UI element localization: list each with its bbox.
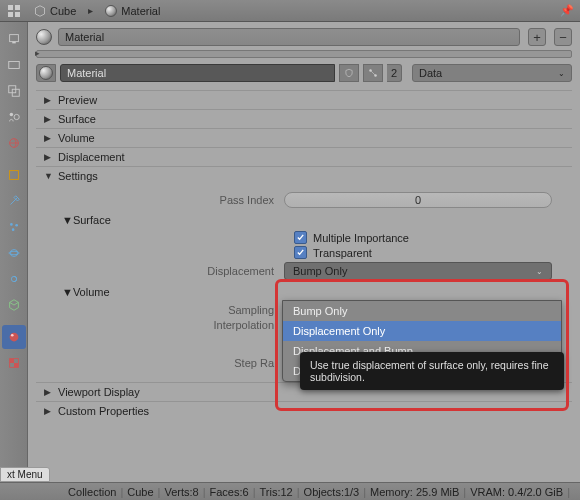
properties-tabs — [0, 22, 28, 482]
displacement-method-current: Bump Only — [293, 265, 347, 277]
subsection-surface[interactable]: Surface — [36, 211, 572, 229]
tab-scene[interactable] — [2, 105, 26, 129]
multiple-importance-label: Multiple Importance — [313, 232, 409, 244]
svg-rect-4 — [9, 35, 18, 42]
tab-modifiers[interactable] — [2, 189, 26, 213]
fake-user-button[interactable] — [339, 64, 359, 82]
section-settings[interactable]: Settings — [36, 166, 572, 185]
remove-material-slot-button[interactable]: − — [554, 28, 572, 46]
chevron-down-icon: ⌄ — [536, 267, 543, 276]
tab-output[interactable] — [2, 53, 26, 77]
pin-icon[interactable]: 📌 — [560, 4, 574, 17]
material-link-dropdown[interactable]: Data ⌄ — [412, 64, 572, 82]
status-object: Cube — [127, 486, 153, 498]
tab-material[interactable] — [2, 325, 26, 349]
status-memory: Memory: 25.9 MiB — [370, 486, 459, 498]
status-vram: VRAM: 0.4/2.0 GiB — [470, 486, 563, 498]
section-custom-properties[interactable]: Custom Properties — [36, 401, 572, 420]
tab-texture[interactable] — [2, 351, 26, 375]
material-panel: Material + − Material 2 Data ⌄ Preview S… — [28, 22, 580, 482]
material-preview-ball — [36, 29, 52, 45]
svg-rect-3 — [15, 12, 20, 17]
material-slot-name[interactable]: Material — [58, 28, 520, 46]
context-menu-hint: xt Menu — [0, 467, 50, 482]
svg-rect-5 — [12, 42, 16, 44]
tab-render[interactable] — [2, 27, 26, 51]
tab-constraints[interactable] — [2, 267, 26, 291]
material-users[interactable]: 2 — [387, 64, 402, 82]
node-button[interactable] — [363, 64, 383, 82]
section-surface[interactable]: Surface — [36, 109, 572, 128]
displacement-method-dropdown[interactable]: Bump Only ⌄ — [284, 262, 552, 280]
material-ball-icon — [39, 66, 53, 80]
breadcrumb-material-label: Material — [121, 5, 160, 17]
multiple-importance-checkbox[interactable] — [294, 231, 307, 244]
transparent-shadows-checkbox[interactable] — [294, 246, 307, 259]
svg-point-9 — [9, 113, 13, 117]
tab-data[interactable] — [2, 293, 26, 317]
add-material-slot-button[interactable]: + — [528, 28, 546, 46]
status-objects: Objects:1/3 — [304, 486, 360, 498]
svg-rect-6 — [8, 62, 19, 69]
status-verts: Verts:8 — [164, 486, 198, 498]
status-tris: Tris:12 — [260, 486, 293, 498]
svg-point-10 — [14, 114, 19, 119]
svg-rect-22 — [14, 363, 18, 367]
breadcrumb-object[interactable]: Cube — [28, 4, 82, 18]
breadcrumb-material[interactable]: Material — [99, 4, 166, 18]
material-link-label: Data — [419, 67, 442, 79]
pass-index-field[interactable]: 0 — [284, 192, 552, 208]
svg-point-19 — [10, 334, 13, 337]
material-ball-icon — [105, 5, 117, 17]
svg-point-18 — [9, 333, 18, 342]
section-preview[interactable]: Preview — [36, 90, 572, 109]
material-browse-button[interactable] — [36, 64, 56, 82]
status-faces: Faces:6 — [210, 486, 249, 498]
material-name-field[interactable]: Material — [60, 64, 335, 82]
svg-rect-21 — [9, 359, 13, 363]
svg-rect-0 — [8, 5, 13, 10]
sampling-label: Sampling — [36, 304, 284, 316]
breadcrumb-separator: ▸ — [88, 5, 93, 16]
svg-point-15 — [11, 228, 14, 231]
transparent-shadows-label: Transparent Shadows — [313, 247, 373, 259]
breadcrumb-object-label: Cube — [50, 5, 76, 17]
section-displacement[interactable]: Displacement — [36, 147, 572, 166]
status-collection: Collection — [68, 486, 116, 498]
subsection-volume[interactable]: Volume — [36, 283, 572, 301]
svg-point-13 — [10, 223, 13, 226]
tab-view-layer[interactable] — [2, 79, 26, 103]
cube-icon — [34, 5, 46, 17]
dropdown-option-displacement-only[interactable]: Displacement Only — [283, 321, 561, 341]
tab-physics[interactable] — [2, 241, 26, 265]
status-bar: Collection| Cube| Verts:8| Faces:6| Tris… — [0, 482, 580, 500]
chevron-down-icon: ⌄ — [558, 69, 565, 78]
svg-point-14 — [15, 224, 18, 227]
dropdown-option-bump-only[interactable]: Bump Only — [283, 301, 561, 321]
svg-point-16 — [10, 250, 17, 257]
svg-rect-2 — [8, 12, 13, 17]
pass-index-label: Pass Index — [36, 194, 284, 206]
svg-rect-12 — [9, 171, 18, 180]
displacement-method-label: Displacement — [36, 265, 284, 277]
section-volume[interactable]: Volume — [36, 128, 572, 147]
svg-rect-1 — [15, 5, 20, 10]
tab-object[interactable] — [2, 163, 26, 187]
interpolation-label: Interpolation — [36, 319, 284, 331]
step-rate-label: Step Ra — [36, 357, 284, 369]
editor-type-icon[interactable] — [6, 3, 22, 19]
tooltip: Use true displacement of surface only, r… — [300, 352, 564, 390]
tab-particles[interactable] — [2, 215, 26, 239]
material-slot-list[interactable] — [36, 50, 572, 58]
tab-world[interactable] — [2, 131, 26, 155]
properties-header: Cube ▸ Material 📌 — [0, 0, 580, 22]
